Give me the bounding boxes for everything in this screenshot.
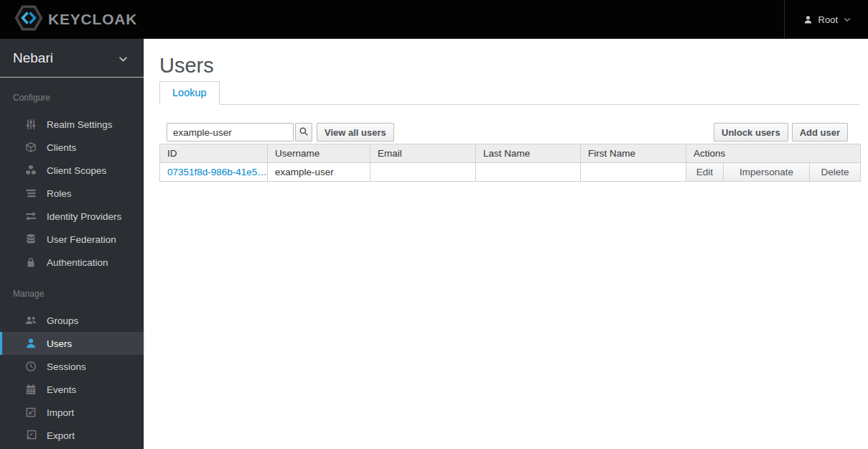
- sidebar-item-users[interactable]: Users: [0, 332, 144, 355]
- sidebar-item-identity-providers[interactable]: Identity Providers: [0, 205, 144, 228]
- search-button[interactable]: [295, 123, 312, 142]
- sidebar-item-label: Identity Providers: [47, 211, 121, 222]
- realm-selector[interactable]: Nebari: [0, 39, 144, 78]
- clock-icon: [24, 361, 37, 373]
- main-content: Users Lookup View all users Unlock users…: [144, 39, 868, 449]
- sidebar-item-label: Events: [47, 384, 76, 395]
- lock-icon: [24, 256, 37, 269]
- user-icon: [803, 15, 813, 24]
- sidebar-item-realm-settings[interactable]: Realm Settings: [0, 113, 144, 136]
- table-header-row: ID Username Email Last Name First Name A…: [160, 144, 861, 163]
- section-label-configure: Configure: [0, 78, 144, 113]
- chevron-down-icon: [844, 17, 851, 22]
- username-cell: example-user: [268, 163, 370, 182]
- calendar-icon: [24, 384, 37, 396]
- section-label-manage: Manage: [0, 274, 144, 309]
- sidebar-item-user-federation[interactable]: User Federation: [0, 228, 144, 251]
- user-menu-label: Root: [818, 14, 838, 25]
- list-icon: [24, 188, 37, 200]
- group-icon: [24, 315, 37, 327]
- sidebar-item-label: Authentication: [47, 257, 108, 268]
- column-header-id: ID: [160, 144, 268, 163]
- user-id-cell: 07351f8d-986b-41e5…: [160, 163, 268, 182]
- keycloak-logo-icon: [14, 5, 43, 34]
- first-name-cell: [581, 163, 686, 182]
- sidebar-item-groups[interactable]: Groups: [0, 309, 144, 332]
- sidebar-item-import[interactable]: Import: [0, 401, 144, 424]
- tab-bar: Lookup: [159, 81, 859, 105]
- sidebar-item-label: Export: [47, 430, 75, 441]
- sidebar-item-label: Import: [47, 407, 74, 418]
- sidebar-item-label: Client Scopes: [47, 165, 106, 176]
- column-header-last-name: Last Name: [476, 144, 581, 163]
- realm-name: Nebari: [13, 50, 53, 66]
- sidebar-item-roles[interactable]: Roles: [0, 182, 144, 205]
- impersonate-action[interactable]: Impersonate: [724, 163, 810, 182]
- table-row: 07351f8d-986b-41e5… example-user Edit Im…: [160, 163, 861, 182]
- search-input[interactable]: [167, 123, 294, 142]
- sidebar-item-clients[interactable]: Clients: [0, 136, 144, 159]
- sidebar-item-label: Sessions: [47, 361, 86, 372]
- users-table: ID Username Email Last Name First Name A…: [159, 144, 861, 182]
- search-group: View all users: [159, 123, 394, 142]
- page-title: Users: [159, 53, 859, 78]
- export-icon: [24, 430, 37, 442]
- sidebar-item-sessions[interactable]: Sessions: [0, 355, 144, 378]
- edit-action[interactable]: Edit: [686, 163, 724, 182]
- delete-action[interactable]: Delete: [810, 163, 861, 182]
- import-icon: [24, 407, 37, 419]
- user-id-link[interactable]: 07351f8d-986b-41e5…: [167, 167, 267, 177]
- database-icon: [24, 233, 37, 246]
- unlock-users-button[interactable]: Unlock users: [714, 123, 788, 142]
- sidebar-item-label: Realm Settings: [47, 119, 113, 130]
- sliders-icon: [24, 119, 37, 131]
- cube-icon: [24, 142, 37, 154]
- sidebar: Nebari Configure Realm Settings Clients …: [0, 39, 144, 449]
- keycloak-logo[interactable]: KEYCLOAK: [0, 0, 137, 39]
- last-name-cell: [476, 163, 581, 182]
- users-toolbar: View all users Unlock users Add user: [159, 123, 860, 142]
- action-buttons: Unlock users Add user: [714, 123, 860, 142]
- sidebar-item-events[interactable]: Events: [0, 378, 144, 401]
- cubes-icon: [24, 165, 37, 177]
- column-header-email: Email: [370, 144, 476, 163]
- sidebar-item-authentication[interactable]: Authentication: [0, 251, 144, 274]
- email-cell: [370, 163, 476, 182]
- sidebar-item-label: Clients: [47, 142, 76, 153]
- sidebar-item-label: Roles: [47, 188, 72, 199]
- exchange-arrows-icon: [24, 210, 37, 223]
- user-icon: [24, 338, 37, 350]
- topbar: KEYCLOAK Root: [0, 0, 868, 39]
- sidebar-item-label: User Federation: [47, 234, 116, 245]
- user-menu[interactable]: Root: [784, 0, 868, 39]
- column-header-username: Username: [268, 144, 370, 163]
- view-all-users-button[interactable]: View all users: [317, 123, 394, 142]
- column-header-actions: Actions: [686, 144, 861, 163]
- sidebar-item-label: Groups: [47, 315, 78, 326]
- sidebar-item-label: Users: [47, 338, 72, 349]
- add-user-button[interactable]: Add user: [792, 123, 848, 142]
- search-icon: [299, 126, 309, 139]
- sidebar-item-client-scopes[interactable]: Client Scopes: [0, 159, 144, 182]
- tab-lookup[interactable]: Lookup: [159, 81, 220, 105]
- chevron-down-icon: [118, 50, 128, 66]
- column-header-first-name: First Name: [581, 144, 686, 163]
- brand-text: KEYCLOAK: [48, 11, 137, 28]
- sidebar-item-export[interactable]: Export: [0, 424, 144, 447]
